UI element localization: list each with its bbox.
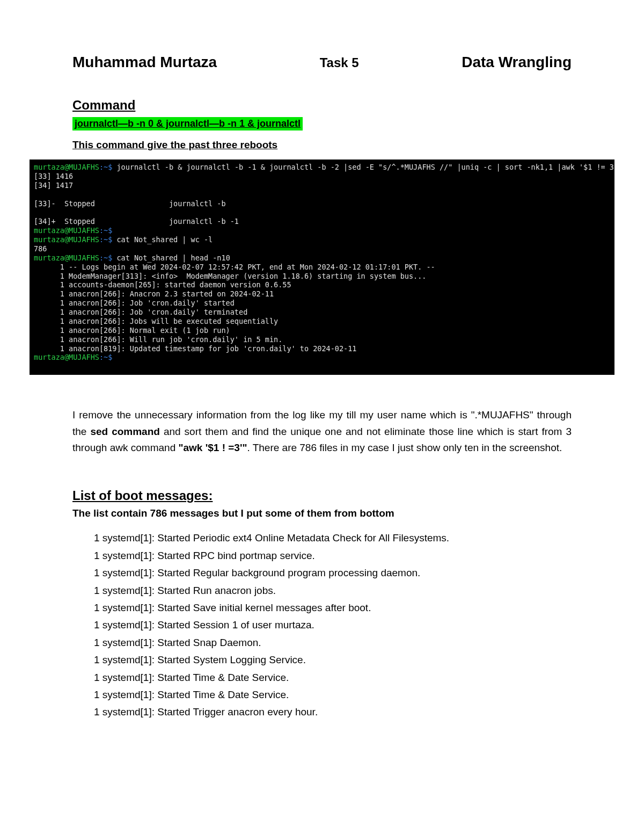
terminal-path: :~$ [99, 163, 117, 171]
terminal-log-line: 1 anacron[266]: Will run job 'cron.daily… [34, 335, 282, 344]
list-item: 1 systemd[1]: Started Time & Date Servic… [94, 687, 572, 703]
terminal-output: [33]- Stopped journalctl -b [34, 199, 226, 208]
boot-list-subtitle: The list contain 786 messages but I put … [72, 507, 572, 519]
terminal-log-line: 1 anacron[266]: Job 'cron.daily' started [34, 299, 235, 307]
task-number: Task 5 [320, 55, 359, 70]
boot-list-heading: List of boot messages: [72, 488, 572, 503]
terminal-log-line: 1 anacron[266]: Normal exit (1 job run) [34, 326, 230, 335]
terminal-path: :~$ [99, 226, 112, 235]
terminal-screenshot: murtaza@MUJAFHS:~$ journalctl -b & journ… [30, 159, 614, 375]
terminal-path: :~$ [99, 253, 117, 262]
description-text: . There are 786 files in my case I just … [247, 442, 562, 453]
list-item: 1 systemd[1]: Started Regular background… [94, 565, 572, 581]
list-item: 1 systemd[1]: Started System Logging Ser… [94, 652, 572, 668]
command-subtitle: This command give the past three reboots [72, 139, 572, 151]
terminal-path: :~$ [99, 353, 112, 361]
list-item: 1 systemd[1]: Started Time & Date Servic… [94, 670, 572, 686]
document-header: Muhammad Murtaza Task 5 Data Wrangling [30, 54, 614, 71]
terminal-output: [34]+ Stopped journalctl -b -1 [34, 217, 239, 226]
list-item: 1 systemd[1]: Started Session 1 of user … [94, 617, 572, 633]
terminal-prompt: murtaza@MUJAFHS [34, 253, 99, 262]
list-item: 1 systemd[1]: Started Periodic ext4 Onli… [94, 530, 572, 546]
terminal-path: :~$ [99, 235, 117, 244]
command-heading: Command [72, 98, 572, 113]
author-name: Muhammad Murtaza [72, 54, 217, 71]
terminal-prompt: murtaza@MUJAFHS [34, 163, 99, 171]
terminal-prompt: murtaza@MUJAFHS [34, 226, 99, 235]
terminal-log-line: 1 -- Logs begin at Wed 2024-02-07 12:57:… [34, 263, 435, 271]
terminal-output: [33] 1416 [34, 172, 73, 180]
terminal-command: cat Not_shared | wc -l [116, 235, 213, 244]
terminal-log-line: 1 accounts-daemon[265]: started daemon v… [34, 280, 291, 289]
description-bold: "awk '$1 ! =3'" [179, 442, 247, 453]
list-item: 1 systemd[1]: Started Run anacron jobs. [94, 583, 572, 599]
list-item: 1 systemd[1]: Started Snap Daemon. [94, 635, 572, 651]
terminal-prompt: murtaza@MUJAFHS [34, 353, 99, 361]
terminal-log-line: 1 anacron[819]: Updated timestamp for jo… [34, 344, 356, 353]
list-item: 1 systemd[1]: Started RPC bind portmap s… [94, 548, 572, 564]
terminal-output: 786 [34, 244, 47, 253]
command-highlight: journalctl—b -n 0 & journalctl—b -n 1 & … [72, 117, 303, 130]
terminal-output: [34] 1417 [34, 181, 73, 190]
document-content: Command journalctl—b -n 0 & journalctl—b… [30, 98, 614, 721]
terminal-command: journalctl -b & journalctl -b -1 & journ… [116, 163, 614, 171]
terminal-log-line: 1 anacron[266]: Anacron 2.3 started on 2… [34, 289, 274, 298]
description-paragraph: I remove the unnecessary information fro… [72, 407, 572, 456]
boot-message-list: 1 systemd[1]: Started Periodic ext4 Onli… [72, 530, 572, 720]
list-item: 1 systemd[1]: Started Save initial kerne… [94, 600, 572, 616]
task-category: Data Wrangling [462, 54, 572, 71]
list-item: 1 systemd[1]: Started Trigger anacron ev… [94, 704, 572, 720]
description-bold: sed command [90, 426, 159, 437]
terminal-prompt: murtaza@MUJAFHS [34, 235, 99, 244]
terminal-command: cat Not_shared | head -n10 [116, 253, 230, 262]
terminal-log-line: 1 ModemManager[313]: <info> ModemManager… [34, 272, 427, 280]
terminal-log-line: 1 anacron[266]: Jobs will be executed se… [34, 317, 278, 325]
terminal-log-line: 1 anacron[266]: Job 'cron.daily' termina… [34, 308, 247, 316]
